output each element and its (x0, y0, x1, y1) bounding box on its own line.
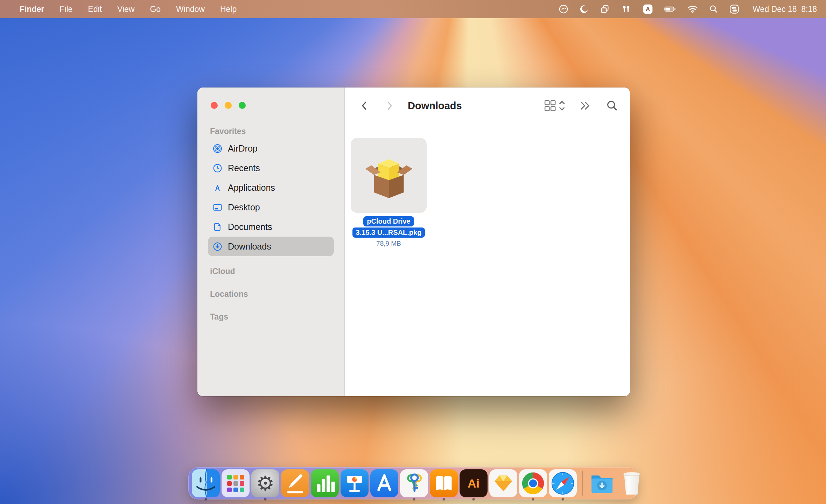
airdrop-icon (213, 144, 222, 153)
download-circle-icon (213, 242, 222, 251)
keychain-keys-icon (400, 469, 428, 497)
sidebar-item-airdrop[interactable]: AirDrop (208, 139, 334, 158)
launchpad-icon (222, 469, 250, 497)
creative-cloud-icon[interactable] (559, 4, 568, 14)
input-source-icon[interactable]: A (643, 4, 653, 14)
file-item-pcloud-pkg[interactable]: pCloud Drive 3.15.3 U...RSAL.pkg 78,9 MB (351, 138, 427, 247)
dock-item-books[interactable] (430, 469, 458, 497)
sketch-diamond-icon (489, 469, 517, 497)
chrome-icon (519, 469, 547, 497)
illustrator-label: Ai (468, 477, 479, 490)
sidebar-item-applications[interactable]: Applications (208, 178, 334, 197)
clock-icon (213, 163, 222, 173)
close-button[interactable] (211, 102, 218, 109)
dock: ⚙ (188, 467, 638, 499)
dock-item-launchpad[interactable] (222, 469, 250, 497)
illustrator-icon: Ai (460, 469, 488, 497)
tags-section-label[interactable]: Tags (210, 312, 228, 322)
menu-status-area: A Wed Dec 18 8:18 (559, 4, 817, 14)
dock-item-chrome[interactable] (519, 469, 547, 497)
airpods-icon[interactable] (621, 4, 631, 14)
favorites-section-label: Favorites (210, 127, 246, 136)
focus-moon-icon[interactable] (580, 5, 589, 14)
dock-item-sketch[interactable] (489, 469, 517, 497)
dock-divider (582, 471, 583, 496)
menu-item-help[interactable]: Help (212, 5, 244, 14)
downloads-folder-icon (588, 469, 616, 497)
books-icon (430, 469, 458, 497)
finder-sidebar: Favorites AirDrop Recents Applications D… (197, 88, 345, 396)
minimize-button[interactable] (225, 102, 232, 109)
icon-view-area: pCloud Drive 3.15.3 U...RSAL.pkg 78,9 MB (345, 124, 630, 396)
menu-item-edit[interactable]: Edit (80, 5, 110, 14)
finder-window: Favorites AirDrop Recents Applications D… (197, 88, 630, 396)
pages-pen-icon (281, 469, 309, 497)
desktop-icon (213, 203, 222, 212)
toolbar-right (544, 100, 618, 112)
dock-item-downloads-folder[interactable] (588, 469, 616, 497)
icloud-section-label[interactable]: iCloud (210, 267, 235, 276)
battery-icon[interactable] (664, 5, 676, 13)
sidebar-item-label: Downloads (228, 241, 271, 252)
input-source-letter: A (646, 6, 650, 13)
dock-item-keynote[interactable] (341, 469, 369, 497)
dock-item-finder[interactable] (192, 469, 220, 497)
view-mode-button[interactable] (544, 100, 566, 112)
file-size-text: 78,9 MB (351, 240, 427, 247)
traffic-lights (211, 102, 246, 109)
finder-content: Downloads (345, 88, 630, 396)
sidebar-item-desktop[interactable]: Desktop (208, 197, 334, 217)
menu-item-window[interactable]: Window (168, 5, 212, 14)
locations-section-label[interactable]: Locations (210, 289, 248, 299)
sidebar-item-label: Applications (228, 183, 275, 193)
file-thumbnail[interactable] (351, 138, 427, 213)
file-name-line1: pCloud Drive (363, 216, 414, 226)
gear-icon: ⚙ (251, 469, 279, 497)
numbers-barchart-icon (311, 469, 339, 497)
menu-bar: Finder File Edit View Go Window Help A (0, 0, 826, 18)
menu-item-file[interactable]: File (52, 5, 80, 14)
dock-item-pages[interactable] (281, 469, 309, 497)
dock-item-illustrator[interactable]: Ai (460, 469, 488, 497)
dock-item-system-settings[interactable]: ⚙ (251, 469, 279, 497)
file-name-label: pCloud Drive 3.15.3 U...RSAL.pkg (351, 216, 427, 238)
trash-icon (623, 472, 640, 495)
zoom-button[interactable] (239, 102, 246, 109)
control-center-icon[interactable] (729, 4, 739, 14)
sidebar-item-documents[interactable]: Documents (208, 217, 334, 237)
window-layers-icon[interactable] (600, 4, 610, 14)
document-icon (213, 222, 222, 232)
menu-clock[interactable]: Wed Dec 18 8:18 (752, 5, 817, 14)
forward-button[interactable] (382, 98, 397, 113)
sidebar-item-label: Recents (228, 163, 260, 173)
sidebar-item-recents[interactable]: Recents (208, 158, 334, 178)
dock-item-safari[interactable] (549, 469, 577, 497)
wifi-icon[interactable] (687, 5, 698, 13)
dock-item-passwords[interactable] (400, 469, 428, 497)
app-store-a-icon (213, 183, 222, 192)
finder-icon (192, 469, 220, 497)
file-name-line2: 3.15.3 U...RSAL.pkg (352, 227, 425, 238)
dock-item-trash[interactable] (618, 469, 646, 497)
menu-item-finder[interactable]: Finder (12, 5, 52, 14)
sidebar-item-label: Desktop (228, 202, 260, 212)
dock-item-app-store[interactable] (370, 469, 398, 497)
favorites-list: AirDrop Recents Applications Desktop Doc… (208, 139, 334, 256)
spotlight-search-icon[interactable] (709, 5, 718, 14)
package-icon (363, 149, 415, 202)
sidebar-item-label: Documents (228, 222, 272, 232)
sidebar-item-downloads[interactable]: Downloads (208, 237, 334, 256)
finder-toolbar: Downloads (345, 88, 630, 124)
menu-item-go[interactable]: Go (142, 5, 168, 14)
safari-compass-icon (549, 469, 577, 497)
menu-item-view[interactable]: View (110, 5, 142, 14)
sidebar-item-label: AirDrop (228, 144, 258, 154)
search-icon[interactable] (606, 100, 618, 112)
dock-item-numbers[interactable] (311, 469, 339, 497)
menu-left: Finder File Edit View Go Window Help (9, 5, 244, 14)
keynote-podium-icon (341, 469, 369, 497)
back-button[interactable] (357, 98, 372, 113)
more-toolbar-items-button[interactable] (579, 100, 593, 111)
app-store-icon (370, 469, 398, 497)
window-title: Downloads (408, 100, 462, 112)
